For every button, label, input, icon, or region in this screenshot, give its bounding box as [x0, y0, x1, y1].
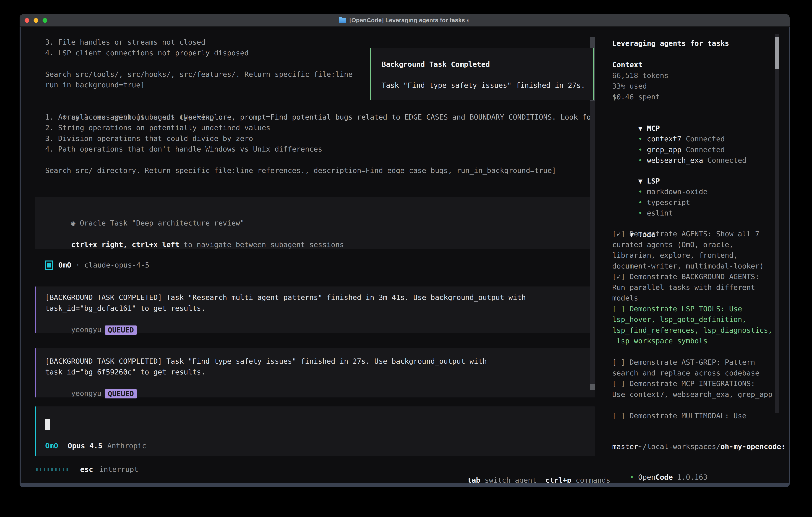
todo-line: search and replace across codebase — [612, 368, 773, 378]
todo-line: document-writer, multimodal-looker) — [612, 261, 773, 272]
separator-dot: · — [76, 260, 80, 271]
mcp-item: •context7Connected — [612, 123, 747, 134]
zoom-button[interactable] — [42, 18, 47, 23]
task-message: [BACKGROUND TASK COMPLETED] Task "Find t… — [35, 348, 595, 398]
opencode-window: [OpenCode] Leveraging agents for tasks ◐… — [20, 14, 790, 487]
statusbar-right: tabswitch agentctrl+pcommands — [450, 464, 610, 475]
close-button[interactable] — [25, 18, 29, 23]
spinner-dots — [36, 468, 68, 471]
scrollback-top: 3. File handles or streams not closed 4.… — [45, 37, 353, 90]
agent-model: claude-opus-4-5 — [84, 260, 149, 271]
workspace-info: ~/local-workspaces/oh-my-opencode: maste… — [612, 430, 785, 452]
todo-line: curated agents (OmO, oracle, — [612, 239, 773, 250]
agent-session-row[interactable]: OmO · claude-opus-4-5 — [45, 258, 149, 272]
bullet-icon: • — [638, 155, 647, 166]
oracle-task-title-line: ◉Oracle Task "Deep architecture review" — [45, 207, 244, 218]
todo-line-active: lsp_workspace_symbols — [612, 335, 773, 346]
terminal-line: 4. Path operations that don't handle Win… — [45, 144, 556, 155]
window-right-edge — [789, 27, 790, 487]
oracle-task-hint-line: ctrl+x right, ctrl+x left to navigate be… — [45, 228, 344, 239]
message-line: [BACKGROUND TASK COMPLETED] Task "Resear… — [45, 292, 595, 303]
terminal-line — [45, 155, 556, 165]
todo-line: [✓] Demonstrate BACKGROUND AGENTS: — [612, 271, 773, 282]
fisheye-icon: ◉ — [71, 219, 76, 227]
terminal-line: Search src/tools/, src/hooks/, src/featu… — [45, 69, 353, 80]
status-badge: QUEUED — [105, 389, 137, 399]
todo-line: [✓] Demonstrate AGENTS: Show all 7 — [612, 228, 773, 239]
message-author: yeongyu — [71, 389, 102, 398]
terminal-line: run_in_background=true] — [45, 80, 353, 90]
status-badge: QUEUED — [105, 325, 137, 335]
toast-body: Task "Find type safety issues" finished … — [382, 80, 585, 91]
todo-line: [ ] Demonstrate AST-GREP: Pattern — [612, 357, 773, 368]
context-used: 33% used — [612, 81, 669, 91]
oracle-task-title: Oracle Task "Deep architecture review" — [80, 219, 244, 227]
todo-line: Run parallel tasks with different — [612, 282, 773, 293]
lsp-item: •typescript — [612, 186, 707, 197]
todo-section-header[interactable]: ▼Todo — [612, 219, 656, 229]
task-message: [BACKGROUND TASK COMPLETED] Task "Resear… — [35, 287, 595, 333]
terminal-line: Search src/ directory. Return specific f… — [45, 165, 556, 176]
todo-line-active: lsp_find_references, lsp_diagnostics, — [612, 325, 773, 336]
esc-key-hint: esc — [80, 464, 93, 475]
todo-line-active: lsp_hover, lsp_goto_definition, — [612, 314, 773, 325]
sidebar-scrollbar-track[interactable] — [775, 34, 779, 413]
sidebar-mcp-section: ▼MCP •context7Connected •grep_appConnect… — [612, 112, 747, 155]
sidebar-footer: •OpenCode1.0.163 — [612, 461, 707, 472]
prompt-input[interactable]: OmO Opus 4.5 Anthropic — [35, 406, 595, 456]
todo-line: [ ] Demonstrate MULTIMODAL: Use — [612, 410, 773, 421]
agent-name: OmO — [58, 260, 71, 271]
esc-key-label: interrupt — [99, 464, 138, 475]
todo-line: Use context7, websearch_exa, grep_app — [612, 389, 773, 400]
oracle-task-panel: ◉Oracle Task "Deep architecture review" … — [35, 197, 595, 249]
bullet-icon: • — [638, 208, 647, 219]
mcp-section-header[interactable]: ▼MCP — [612, 112, 747, 123]
message-author: yeongyu — [71, 325, 102, 334]
toast-title: Background Task Completed — [382, 59, 490, 70]
traffic-lights — [25, 14, 47, 27]
lsp-item: •eslint — [612, 197, 707, 208]
app-version: 1.0.163 — [677, 473, 707, 481]
input-provider-label: Anthropic — [107, 440, 146, 451]
todo-line-blank — [612, 400, 773, 410]
lsp-section-header[interactable]: ▼LSP — [612, 165, 707, 176]
shortcut-keys: ctrl+x right, ctrl+x left — [71, 241, 179, 249]
mcp-item-status: Connected — [707, 156, 747, 164]
agent-icon — [45, 261, 53, 270]
sidebar-lsp-section: ▼LSP •markdown-oxide •typescript •eslint — [612, 165, 707, 208]
sidebar-session-title: Leveraging agents for tasks — [612, 38, 729, 49]
window-title-group: [OpenCode] Leveraging agents for tasks ◐ — [339, 17, 470, 24]
todo-line: [ ] Demonstrate MCP INTEGRATIONS: — [612, 378, 773, 389]
todo-line-active: [ ] Demonstrate LSP TOOLS: Use — [612, 303, 773, 314]
background-task-toast: Background Task Completed Task "Find typ… — [370, 48, 594, 100]
terminal-line: 3. File handles or streams not closed — [45, 37, 353, 48]
lsp-item-name: eslint — [647, 209, 673, 217]
terminal-line: 1. Array access without bounds checking — [45, 112, 556, 123]
context-heading: Context — [612, 59, 669, 70]
mcp-item: •grep_appConnected — [612, 134, 747, 144]
mcp-item-name: websearch_exa — [647, 156, 703, 164]
text-cursor — [45, 419, 50, 430]
context-spent: $0.46 spent — [612, 91, 669, 102]
main-scrollbar-end-nub[interactable] — [590, 384, 594, 390]
folder-icon — [339, 18, 346, 23]
bullet-icon: • — [630, 472, 638, 483]
input-model-label[interactable]: Opus 4.5 — [68, 440, 102, 451]
window-title: [OpenCode] Leveraging agents for tasks ◐ — [349, 17, 470, 24]
terminal-line — [45, 58, 353, 69]
tool-call-detail: 1. Array access without bounds checking … — [45, 112, 556, 176]
title-bar: [OpenCode] Leveraging agents for tasks ◐ — [20, 14, 790, 27]
tool-call-line: ⚙call_omo_agent [subagent_type=explore, … — [45, 101, 595, 112]
workspace-branch: master — [612, 441, 785, 452]
todo-list: [✓] Demonstrate AGENTS: Show all 7 curat… — [612, 228, 773, 421]
context-tokens: 66,518 tokens — [612, 70, 669, 81]
app-name-regular: Open — [638, 473, 656, 481]
input-agent-label: OmO — [45, 440, 58, 451]
todo-line: models — [612, 293, 773, 303]
message-line: [BACKGROUND TASK COMPLETED] Task "Find t… — [45, 356, 595, 366]
minimize-button[interactable] — [34, 18, 38, 23]
sidebar-scrollbar-thumb[interactable] — [775, 37, 779, 69]
app-name-bold: Code — [656, 473, 673, 481]
shortcut-hint: to navigate between subagent sessions — [179, 241, 344, 249]
terminal-line: 3. Division operations that could divide… — [45, 133, 556, 144]
